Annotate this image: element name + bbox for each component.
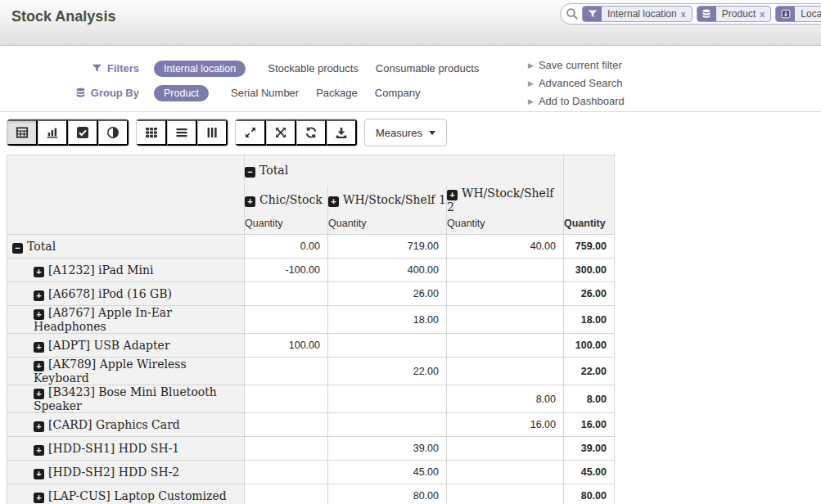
pivot-cell-total[interactable]: 45.00 <box>564 461 615 484</box>
row-header-hdd-sh1-hdd-sh-1[interactable]: +[HDD-SH1] HDD SH-1 <box>7 437 245 461</box>
facet-remove-icon[interactable]: x <box>681 9 686 19</box>
expand-button[interactable] <box>236 119 266 146</box>
grid-button[interactable] <box>137 119 167 146</box>
expand-icon[interactable]: + <box>328 196 339 207</box>
option-stockable-products[interactable]: Stockable products <box>268 62 359 74</box>
expand-icon[interactable]: + <box>34 361 44 371</box>
pivot-cell[interactable] <box>447 358 564 385</box>
row-header-total[interactable]: −Total <box>7 235 245 259</box>
pivot-col-chic-stock[interactable]: +Chic/Stock <box>245 187 328 214</box>
expand-icon[interactable]: + <box>34 309 44 320</box>
list-button[interactable] <box>167 119 197 146</box>
search-facet-location[interactable]: Locationx <box>775 6 821 22</box>
option-consumable-products[interactable]: Consumable products <box>376 62 479 74</box>
pivot-cell[interactable] <box>447 306 564 334</box>
pivot-cell[interactable] <box>245 385 328 413</box>
expand-icon[interactable]: + <box>245 196 255 207</box>
pivot-cell-total[interactable]: 100.00 <box>564 334 615 358</box>
refresh-button[interactable] <box>296 119 327 146</box>
pivot-cell-total[interactable]: 39.00 <box>564 437 615 461</box>
expand-icon[interactable]: + <box>34 445 44 456</box>
pivot-cell-total[interactable]: 759.00 <box>564 235 615 259</box>
pivot-cell[interactable] <box>245 484 328 504</box>
selected-product[interactable]: Product <box>154 85 209 101</box>
arrows-button[interactable] <box>266 119 296 146</box>
option-serial-number[interactable]: Serial Number <box>231 87 299 99</box>
pivot-cell[interactable]: 719.00 <box>328 235 447 259</box>
filters-toggle[interactable]: Filters <box>0 62 139 74</box>
pivot-cell[interactable] <box>447 461 564 484</box>
pivot-cell[interactable] <box>245 306 328 334</box>
pivot-cell-total[interactable]: 22.00 <box>564 358 615 385</box>
table-button[interactable] <box>7 119 38 146</box>
option-package[interactable]: Package <box>316 87 358 99</box>
action-add-to-dashboard[interactable]: ▶Add to Dashboard <box>528 92 625 110</box>
pivot-col-wh-stock-shelf-1[interactable]: +WH/Stock/Shelf 1 <box>328 187 447 214</box>
pivot-cell[interactable]: 26.00 <box>328 282 447 306</box>
download-button[interactable] <box>327 119 357 146</box>
expand-icon[interactable]: + <box>34 290 44 301</box>
row-header-a1232-ipad-mini[interactable]: +[A1232] iPad Mini <box>7 259 245 282</box>
collapse-icon[interactable]: − <box>12 243 23 254</box>
pivot-cell[interactable]: 40.00 <box>447 235 564 259</box>
pivot-cell[interactable]: 45.00 <box>328 461 447 484</box>
pivot-cell[interactable] <box>245 358 328 385</box>
expand-icon[interactable]: + <box>34 421 44 432</box>
expand-icon[interactable]: + <box>34 493 44 503</box>
pivot-cell[interactable]: 18.00 <box>328 306 447 334</box>
pivot-cell[interactable] <box>447 484 564 504</box>
pivot-cell[interactable] <box>245 461 328 484</box>
selected-internal-location[interactable]: Internal location <box>154 61 246 77</box>
pivot-cell[interactable]: 80.00 <box>328 484 447 504</box>
pivot-cell[interactable]: 8.00 <box>447 385 564 413</box>
row-header-ak789-apple-wireless-keyboard[interactable]: +[AK789] Apple Wireless Keyboard <box>7 358 245 385</box>
expand-icon[interactable]: + <box>447 190 458 200</box>
bar-chart-button[interactable] <box>38 119 68 146</box>
pivot-cell[interactable] <box>245 282 328 306</box>
expand-icon[interactable]: + <box>34 469 44 479</box>
row-header-card-graphics-card[interactable]: +[CARD] Graphics Card <box>7 413 245 437</box>
pivot-col-total-header[interactable]: −Total <box>245 155 564 187</box>
expand-icon[interactable]: + <box>34 342 44 353</box>
pivot-cell[interactable] <box>328 334 447 358</box>
expand-icon[interactable]: + <box>34 267 44 277</box>
pivot-cell[interactable] <box>447 437 564 461</box>
pivot-cell[interactable] <box>447 259 564 282</box>
pivot-cell-total[interactable]: 16.00 <box>564 413 615 437</box>
row-header-lap-cus-laptop-customized[interactable]: +[LAP-CUS] Laptop Customized <box>7 484 245 504</box>
measures-button[interactable]: Measures <box>364 119 447 146</box>
option-company[interactable]: Company <box>375 87 421 99</box>
pivot-cell[interactable]: 16.00 <box>447 413 564 437</box>
pivot-cell-total[interactable]: 18.00 <box>564 306 615 334</box>
pivot-cell-total[interactable]: 80.00 <box>564 484 615 504</box>
pivot-cell-total[interactable]: 300.00 <box>564 259 615 282</box>
search-facet-product[interactable]: Productx <box>697 6 771 22</box>
pivot-cell-total[interactable]: 26.00 <box>564 282 615 306</box>
contrast-button[interactable] <box>98 119 129 146</box>
pivot-cell[interactable]: 100.00 <box>245 334 328 358</box>
pivot-cell[interactable] <box>447 282 564 306</box>
pivot-cell[interactable]: 400.00 <box>328 259 447 282</box>
pivot-cell[interactable] <box>245 437 328 461</box>
row-header-b3423-bose-mini-bluetooth-speaker[interactable]: +[B3423] Bose Mini Bluetooth Speaker <box>7 385 245 413</box>
pivot-cell[interactable] <box>328 413 447 437</box>
row-header-a6678-ipod-16-gb[interactable]: +[A6678] iPod (16 GB) <box>7 282 245 306</box>
collapse-icon[interactable]: − <box>245 167 255 178</box>
pivot-cell[interactable]: 39.00 <box>328 437 447 461</box>
row-header-a8767-apple-in-ear-headphones[interactable]: +[A8767] Apple In-Ear Headphones <box>7 306 245 334</box>
search-facet-internal-location[interactable]: Internal locationx <box>582 6 692 22</box>
expand-icon[interactable]: + <box>34 389 44 399</box>
pivot-col-wh-stock-shelf-2[interactable]: +WH/Stock/Shelf 2 <box>447 187 564 214</box>
pivot-cell[interactable] <box>328 385 447 413</box>
pivot-cell[interactable] <box>447 334 564 358</box>
pivot-cell-total[interactable]: 8.00 <box>564 385 615 413</box>
facet-remove-icon[interactable]: x <box>760 9 765 19</box>
action-save-current-filter[interactable]: ▶Save current filter <box>528 56 625 74</box>
pivot-cell[interactable]: 0.00 <box>245 235 328 259</box>
action-advanced-search[interactable]: ▶Advanced Search <box>528 74 625 92</box>
row-header-hdd-sh2-hdd-sh-2[interactable]: +[HDD-SH2] HDD SH-2 <box>7 461 245 484</box>
pivot-cell[interactable]: -100.00 <box>245 259 328 282</box>
row-header-adpt-usb-adapter[interactable]: +[ADPT] USB Adapter <box>7 334 245 358</box>
columns-button[interactable] <box>197 119 228 146</box>
group-by-toggle[interactable]: Group By <box>0 87 139 99</box>
